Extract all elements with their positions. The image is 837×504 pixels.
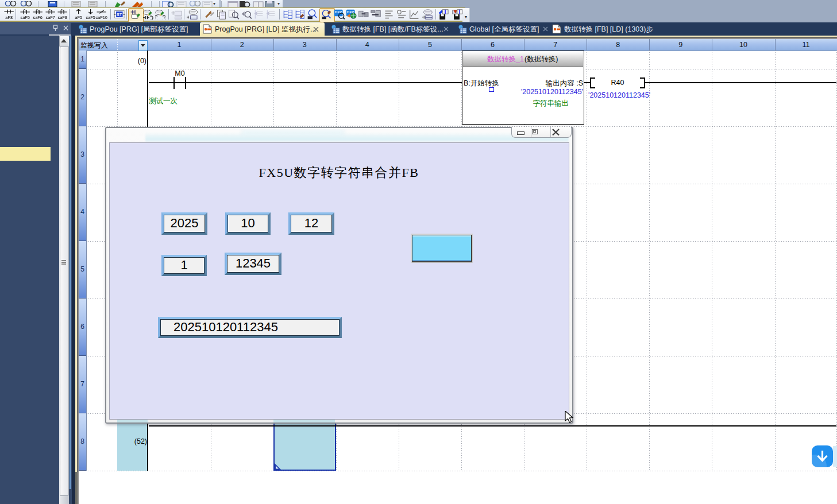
svg-text:aF5: aF5 bbox=[75, 15, 82, 20]
svg-text:saF8: saF8 bbox=[57, 15, 67, 20]
svg-text:caF5: caF5 bbox=[86, 15, 95, 20]
svg-text:saF5: saF5 bbox=[20, 15, 29, 20]
svg-text:aF8: aF8 bbox=[5, 15, 13, 20]
svg-text:saF6: saF6 bbox=[33, 15, 42, 20]
svg-text:ST: ST bbox=[117, 12, 122, 17]
svg-text:saF7: saF7 bbox=[45, 15, 55, 20]
svg-text:caF10: caF10 bbox=[95, 15, 107, 20]
